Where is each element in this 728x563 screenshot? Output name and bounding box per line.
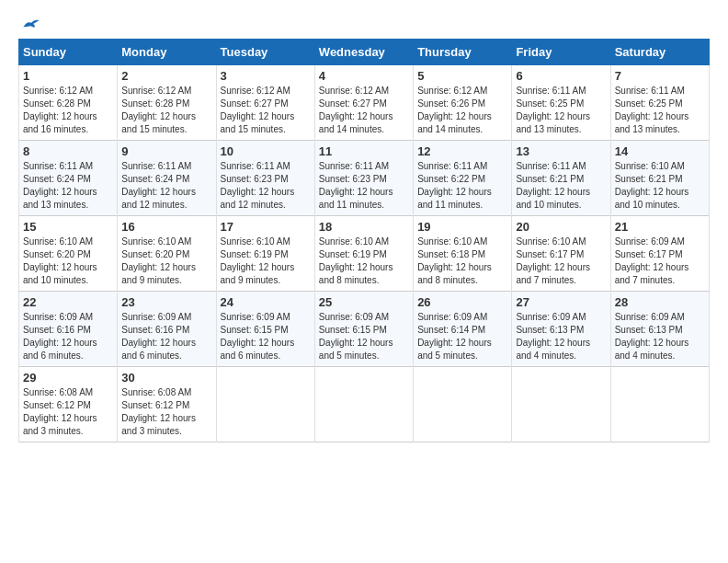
calendar-day-cell: 2Sunrise: 6:12 AMSunset: 6:28 PMDaylight…: [118, 65, 216, 141]
day-number: 21: [615, 220, 705, 234]
calendar-day-cell: 30Sunrise: 6:08 AMSunset: 6:12 PMDayligh…: [118, 367, 216, 442]
day-number: 18: [319, 220, 409, 234]
calendar-day-cell: 9Sunrise: 6:11 AMSunset: 6:24 PMDaylight…: [118, 141, 216, 216]
day-number: 4: [319, 69, 409, 83]
day-number: 30: [121, 371, 211, 385]
calendar-day-cell: 16Sunrise: 6:10 AMSunset: 6:20 PMDayligh…: [118, 216, 216, 292]
day-info: Sunrise: 6:11 AMSunset: 6:23 PMDaylight:…: [319, 160, 409, 212]
empty-cell: [314, 367, 413, 442]
day-info: Sunrise: 6:12 AMSunset: 6:28 PMDaylight:…: [23, 85, 113, 136]
day-number: 19: [417, 220, 507, 234]
calendar-day-cell: 18Sunrise: 6:10 AMSunset: 6:19 PMDayligh…: [314, 216, 413, 292]
day-info: Sunrise: 6:12 AMSunset: 6:27 PMDaylight:…: [221, 85, 311, 136]
day-number: 28: [615, 295, 705, 309]
calendar-day-cell: 19Sunrise: 6:10 AMSunset: 6:18 PMDayligh…: [414, 216, 512, 292]
calendar-day-cell: 13Sunrise: 6:11 AMSunset: 6:21 PMDayligh…: [512, 141, 610, 216]
day-info: Sunrise: 6:10 AMSunset: 6:19 PMDaylight:…: [221, 236, 311, 287]
calendar-day-cell: 5Sunrise: 6:12 AMSunset: 6:26 PMDaylight…: [414, 65, 512, 141]
day-info: Sunrise: 6:08 AMSunset: 6:12 PMDaylight:…: [121, 386, 211, 438]
day-number: 10: [221, 144, 311, 158]
day-info: Sunrise: 6:10 AMSunset: 6:21 PMDaylight:…: [615, 160, 705, 212]
day-number: 23: [121, 295, 211, 309]
day-number: 2: [121, 69, 211, 83]
day-info: Sunrise: 6:08 AMSunset: 6:12 PMDaylight:…: [23, 386, 113, 438]
calendar-day-cell: 15Sunrise: 6:10 AMSunset: 6:20 PMDayligh…: [19, 216, 118, 292]
day-number: 26: [417, 295, 507, 309]
day-number: 24: [221, 295, 311, 309]
day-info: Sunrise: 6:10 AMSunset: 6:20 PMDaylight:…: [121, 236, 211, 287]
calendar-day-cell: 7Sunrise: 6:11 AMSunset: 6:25 PMDaylight…: [610, 65, 709, 141]
day-number: 6: [516, 69, 606, 83]
day-number: 8: [23, 144, 113, 158]
day-info: Sunrise: 6:09 AMSunset: 6:17 PMDaylight:…: [615, 236, 705, 287]
header-monday: Monday: [118, 40, 216, 65]
calendar-week-row: 15Sunrise: 6:10 AMSunset: 6:20 PMDayligh…: [19, 216, 710, 292]
logo: [18, 15, 40, 33]
header-thursday: Thursday: [414, 40, 512, 65]
day-info: Sunrise: 6:11 AMSunset: 6:21 PMDaylight:…: [516, 160, 606, 212]
day-info: Sunrise: 6:11 AMSunset: 6:24 PMDaylight:…: [23, 160, 113, 212]
page-header: [18, 15, 710, 33]
day-number: 27: [516, 295, 606, 309]
header-wednesday: Wednesday: [314, 40, 413, 65]
day-info: Sunrise: 6:11 AMSunset: 6:24 PMDaylight:…: [121, 160, 211, 212]
calendar-week-row: 22Sunrise: 6:09 AMSunset: 6:16 PMDayligh…: [19, 292, 710, 367]
day-number: 22: [23, 295, 113, 309]
day-info: Sunrise: 6:11 AMSunset: 6:23 PMDaylight:…: [221, 160, 311, 212]
day-number: 29: [23, 371, 113, 385]
calendar-day-cell: 17Sunrise: 6:10 AMSunset: 6:19 PMDayligh…: [216, 216, 314, 292]
calendar-day-cell: 27Sunrise: 6:09 AMSunset: 6:13 PMDayligh…: [512, 292, 610, 367]
calendar-day-cell: 29Sunrise: 6:08 AMSunset: 6:12 PMDayligh…: [19, 367, 118, 442]
calendar-day-cell: 26Sunrise: 6:09 AMSunset: 6:14 PMDayligh…: [414, 292, 512, 367]
day-info: Sunrise: 6:12 AMSunset: 6:28 PMDaylight:…: [121, 85, 211, 136]
calendar-day-cell: 23Sunrise: 6:09 AMSunset: 6:16 PMDayligh…: [118, 292, 216, 367]
day-info: Sunrise: 6:09 AMSunset: 6:15 PMDaylight:…: [221, 311, 311, 362]
logo-bird-icon: [22, 15, 40, 33]
calendar-day-cell: 20Sunrise: 6:10 AMSunset: 6:17 PMDayligh…: [512, 216, 610, 292]
day-number: 17: [221, 220, 311, 234]
empty-cell: [512, 367, 610, 442]
day-number: 15: [23, 220, 113, 234]
calendar-day-cell: 25Sunrise: 6:09 AMSunset: 6:15 PMDayligh…: [314, 292, 413, 367]
day-number: 3: [221, 69, 311, 83]
calendar-day-cell: 21Sunrise: 6:09 AMSunset: 6:17 PMDayligh…: [610, 216, 709, 292]
calendar-week-row: 8Sunrise: 6:11 AMSunset: 6:24 PMDaylight…: [19, 141, 710, 216]
empty-cell: [610, 367, 709, 442]
empty-cell: [414, 367, 512, 442]
calendar-day-cell: 1Sunrise: 6:12 AMSunset: 6:28 PMDaylight…: [19, 65, 118, 141]
day-info: Sunrise: 6:09 AMSunset: 6:14 PMDaylight:…: [417, 311, 507, 362]
empty-cell: [216, 367, 314, 442]
header-sunday: Sunday: [19, 40, 118, 65]
calendar-header-row: SundayMondayTuesdayWednesdayThursdayFrid…: [19, 40, 710, 65]
day-number: 12: [417, 144, 507, 158]
day-info: Sunrise: 6:09 AMSunset: 6:13 PMDaylight:…: [516, 311, 606, 362]
calendar-day-cell: 6Sunrise: 6:11 AMSunset: 6:25 PMDaylight…: [512, 65, 610, 141]
calendar-day-cell: 11Sunrise: 6:11 AMSunset: 6:23 PMDayligh…: [314, 141, 413, 216]
day-number: 5: [417, 69, 507, 83]
day-number: 14: [615, 144, 705, 158]
calendar-day-cell: 22Sunrise: 6:09 AMSunset: 6:16 PMDayligh…: [19, 292, 118, 367]
header-friday: Friday: [512, 40, 610, 65]
calendar-day-cell: 10Sunrise: 6:11 AMSunset: 6:23 PMDayligh…: [216, 141, 314, 216]
calendar-day-cell: 12Sunrise: 6:11 AMSunset: 6:22 PMDayligh…: [414, 141, 512, 216]
day-info: Sunrise: 6:09 AMSunset: 6:13 PMDaylight:…: [615, 311, 705, 362]
day-number: 20: [516, 220, 606, 234]
day-number: 1: [23, 69, 113, 83]
day-info: Sunrise: 6:11 AMSunset: 6:22 PMDaylight:…: [417, 160, 507, 212]
header-saturday: Saturday: [610, 40, 709, 65]
day-number: 16: [121, 220, 211, 234]
calendar-week-row: 29Sunrise: 6:08 AMSunset: 6:12 PMDayligh…: [19, 367, 710, 442]
calendar-week-row: 1Sunrise: 6:12 AMSunset: 6:28 PMDaylight…: [19, 65, 710, 141]
day-info: Sunrise: 6:11 AMSunset: 6:25 PMDaylight:…: [615, 85, 705, 136]
day-number: 7: [615, 69, 705, 83]
day-number: 11: [319, 144, 409, 158]
calendar-table: SundayMondayTuesdayWednesdayThursdayFrid…: [18, 39, 710, 442]
day-info: Sunrise: 6:12 AMSunset: 6:27 PMDaylight:…: [319, 85, 409, 136]
day-info: Sunrise: 6:12 AMSunset: 6:26 PMDaylight:…: [417, 85, 507, 136]
day-number: 25: [319, 295, 409, 309]
day-info: Sunrise: 6:09 AMSunset: 6:15 PMDaylight:…: [319, 311, 409, 362]
day-info: Sunrise: 6:10 AMSunset: 6:20 PMDaylight:…: [23, 236, 113, 287]
calendar-day-cell: 28Sunrise: 6:09 AMSunset: 6:13 PMDayligh…: [610, 292, 709, 367]
calendar-day-cell: 4Sunrise: 6:12 AMSunset: 6:27 PMDaylight…: [314, 65, 413, 141]
calendar-day-cell: 8Sunrise: 6:11 AMSunset: 6:24 PMDaylight…: [19, 141, 118, 216]
